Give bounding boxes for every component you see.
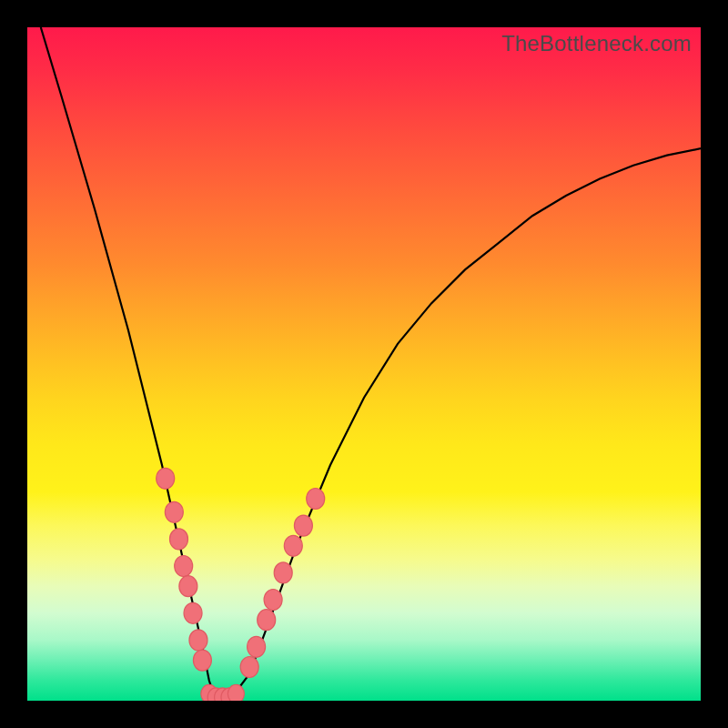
data-point xyxy=(175,556,193,577)
data-point xyxy=(248,636,266,657)
plot-area: TheBottleneck.com xyxy=(27,27,701,701)
data-point xyxy=(258,610,276,631)
data-point xyxy=(264,590,282,611)
data-point xyxy=(157,468,175,489)
data-point xyxy=(184,602,202,623)
data-points-bottom xyxy=(201,684,245,701)
data-point xyxy=(228,684,244,701)
data-point xyxy=(189,630,207,651)
bottleneck-curve xyxy=(41,27,701,701)
data-point xyxy=(307,489,325,510)
curve-svg xyxy=(27,27,701,701)
data-point xyxy=(170,529,188,550)
data-point xyxy=(193,650,211,671)
data-point xyxy=(179,576,197,597)
data-point xyxy=(165,501,183,522)
data-point xyxy=(284,535,302,556)
data-points-right xyxy=(240,489,325,678)
chart-frame: TheBottleneck.com xyxy=(0,0,728,728)
data-point xyxy=(294,515,312,536)
data-point xyxy=(274,562,292,583)
data-point xyxy=(240,657,258,678)
data-points-left xyxy=(157,468,212,671)
